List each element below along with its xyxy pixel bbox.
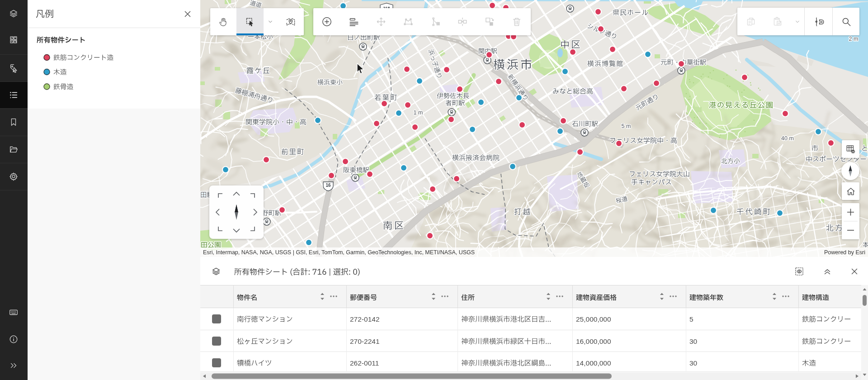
svg-text:5 m: 5 m [622,123,631,129]
svg-text:262-0011: 262-0011 [350,359,379,367]
svg-text:16,000,000: 16,000,000 [576,337,611,345]
svg-text:270-2241: 270-2241 [350,337,380,345]
svg-text:1 m: 1 m [414,109,423,116]
svg-text:30: 30 [689,359,698,367]
svg-text:40 m: 40 m [781,135,794,142]
svg-text:16: 16 [326,183,331,188]
svg-text:14,000,000: 14,000,000 [576,359,611,367]
svg-text:5: 5 [689,315,693,323]
svg-text:272-0142: 272-0142 [350,315,380,323]
svg-text:30: 30 [689,337,698,345]
svg-text:25,000,000: 25,000,000 [576,315,611,323]
svg-text:2 m: 2 m [849,36,859,42]
